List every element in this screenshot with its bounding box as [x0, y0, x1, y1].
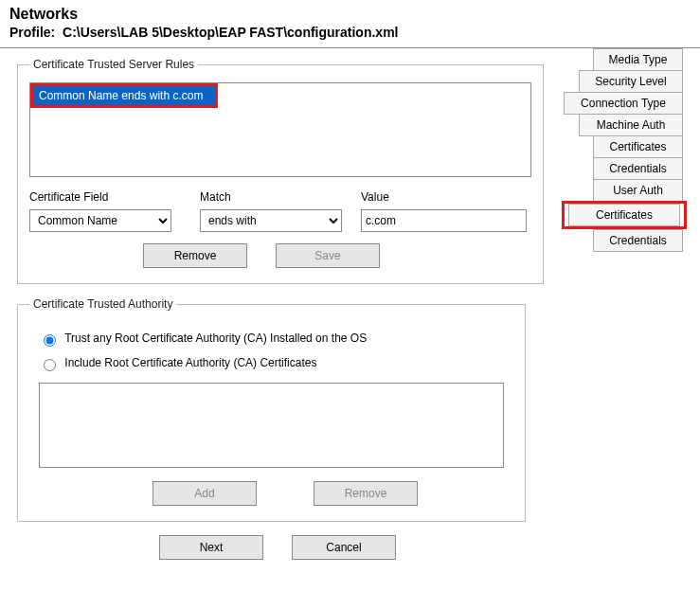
rules-legend: Certificate Trusted Server Rules	[29, 58, 198, 71]
trusted-server-rules-group: Certificate Trusted Server Rules Common …	[17, 58, 544, 284]
add-authority-button[interactable]: Add	[153, 481, 257, 506]
sidebar-tabs: Media TypeSecurity LevelConnection TypeM…	[535, 48, 687, 569]
tab-credentials-5[interactable]: Credentials	[593, 157, 683, 180]
cancel-button[interactable]: Cancel	[292, 535, 396, 560]
tab-credentials-8[interactable]: Credentials	[593, 229, 683, 252]
remove-rule-button[interactable]: Remove	[143, 243, 247, 268]
page-title: Networks	[9, 6, 691, 23]
radio-include[interactable]: Include Root Certificate Authority (CA) …	[39, 356, 316, 369]
authority-list[interactable]	[39, 383, 504, 468]
tab-highlight: Certificates	[562, 201, 687, 229]
cert-field-select[interactable]: Common Name	[29, 209, 171, 232]
profile-label: Profile:	[9, 25, 55, 40]
value-label: Value	[361, 190, 531, 204]
radio-trust-any-input[interactable]	[44, 334, 56, 347]
remove-authority-button[interactable]: Remove	[314, 481, 418, 506]
cert-field-label: Certificate Field	[29, 190, 200, 204]
tab-connection-type-2[interactable]: Connection Type	[564, 92, 683, 115]
tab-certificates-4[interactable]: Certificates	[593, 135, 683, 158]
tab-machine-auth-3[interactable]: Machine Auth	[579, 114, 683, 136]
profile-path-value: C:\Users\LAB 5\Desktop\EAP FAST\configur…	[63, 25, 398, 40]
radio-include-input[interactable]	[44, 359, 56, 371]
profile-path: Profile: C:\Users\LAB 5\Desktop\EAP FAST…	[9, 25, 691, 40]
authority-legend: Certificate Trusted Authority	[29, 297, 176, 311]
list-item[interactable]: Common Name ends with c.com	[33, 86, 215, 105]
tab-certificates-7[interactable]: Certificates	[568, 204, 680, 226]
match-select[interactable]: ends with	[200, 209, 342, 232]
trusted-authority-group: Certificate Trusted Authority Trust any …	[17, 297, 526, 522]
radio-trust-any-label: Trust any Root Certificate Authority (CA…	[64, 331, 367, 345]
rules-list[interactable]: Common Name ends with c.com	[29, 82, 531, 177]
save-rule-button[interactable]: Save	[276, 243, 380, 268]
match-label: Match	[200, 190, 361, 204]
radio-include-label: Include Root Certificate Authority (CA) …	[64, 356, 316, 369]
tab-media-type-0[interactable]: Media Type	[593, 48, 683, 71]
tab-security-level-1[interactable]: Security Level	[579, 70, 683, 93]
radio-trust-any[interactable]: Trust any Root Certificate Authority (CA…	[39, 331, 367, 345]
next-button[interactable]: Next	[159, 535, 263, 560]
tab-user-auth-6[interactable]: User Auth	[593, 179, 683, 202]
value-input[interactable]	[361, 209, 527, 232]
